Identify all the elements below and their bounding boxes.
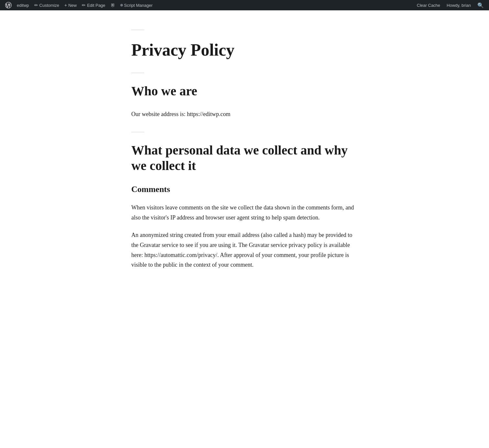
- howdy-label: Howdy, brian: [447, 3, 471, 8]
- script-manager-dot-icon: [120, 4, 123, 6]
- who-we-are-heading: Who we are: [131, 83, 358, 99]
- edit-page-icon: ✏: [82, 3, 86, 7]
- script-manager-button[interactable]: Script Manager: [118, 0, 155, 10]
- page-content: Privacy Policy Who we are Our website ad…: [125, 10, 364, 309]
- new-label: New: [68, 3, 77, 8]
- theme-icon: ⛨: [111, 3, 115, 7]
- new-icon: +: [64, 3, 67, 7]
- who-we-are-text: Our website address is: https://editwp.c…: [131, 109, 358, 119]
- customize-button[interactable]: ✏ Customize: [32, 0, 62, 10]
- clear-cache-label: Clear Cache: [417, 3, 440, 8]
- wp-logo-button[interactable]: [3, 0, 14, 10]
- search-button[interactable]: 🔍: [475, 0, 486, 10]
- search-icon: 🔍: [477, 2, 484, 8]
- clear-cache-button[interactable]: Clear Cache: [414, 0, 443, 10]
- who-we-are-section: Who we are Our website address is: https…: [131, 83, 358, 119]
- script-manager-label: Script Manager: [124, 3, 153, 8]
- divider-3: [131, 132, 144, 132]
- edit-page-label: Edit Page: [87, 3, 105, 8]
- comments-heading: Comments: [131, 184, 358, 195]
- divider-2: [131, 73, 144, 73]
- customize-label: Customize: [39, 3, 59, 8]
- howdy-button[interactable]: Howdy, brian: [444, 0, 473, 10]
- comments-text-1: When visitors leave comments on the site…: [131, 203, 358, 222]
- divider-1: [131, 30, 144, 30]
- comments-text-2: An anonymized string created from your e…: [131, 230, 358, 270]
- admin-bar: editwp ✏ Customize + New ✏ Edit Page ⛨ S…: [0, 0, 489, 10]
- personal-data-section: What personal data we collect and why we…: [131, 143, 358, 270]
- customize-icon: ✏: [34, 3, 38, 7]
- site-name-button[interactable]: editwp: [14, 0, 32, 10]
- page-title: Privacy Policy: [131, 40, 358, 60]
- edit-page-button[interactable]: ✏ Edit Page: [79, 0, 108, 10]
- site-name-label: editwp: [17, 3, 29, 8]
- new-button[interactable]: + New: [62, 0, 79, 10]
- personal-data-heading: What personal data we collect and why we…: [131, 143, 358, 174]
- theme-button[interactable]: ⛨: [108, 0, 118, 10]
